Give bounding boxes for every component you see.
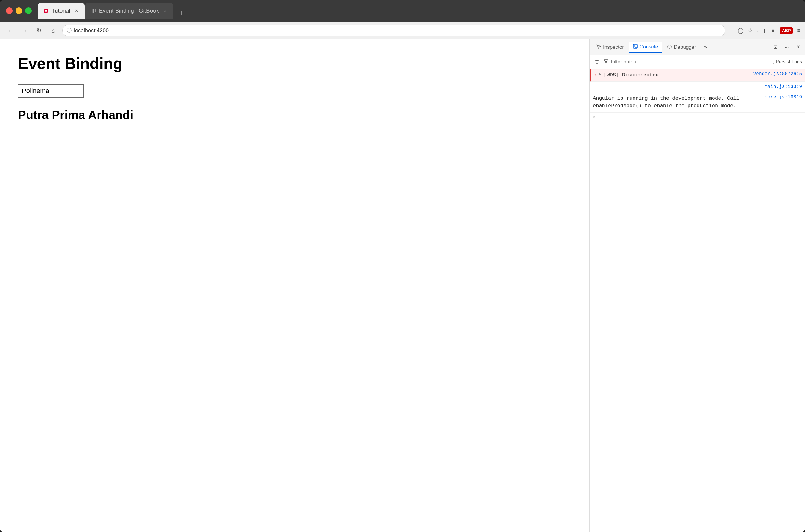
minimize-button[interactable] xyxy=(16,7,22,14)
library-icon[interactable]: ⫿ xyxy=(764,27,766,34)
wds-message-text: [WDS] Disconnected! xyxy=(603,71,750,79)
menu-button[interactable]: ≡ xyxy=(797,27,800,34)
svg-rect-2 xyxy=(95,9,95,12)
back-icon: ← xyxy=(7,27,13,34)
tab-tutorial[interactable]: Tutorial ✕ xyxy=(38,3,85,19)
home-button[interactable]: ⌂ xyxy=(48,25,59,36)
content-area: Event Binding Putra Prima Arhandi Inspec… xyxy=(0,39,805,532)
lock-icon: ⓘ xyxy=(67,27,72,34)
devtools-more-button[interactable]: ··· xyxy=(782,43,791,52)
devtools-tabs: Inspector Console xyxy=(590,39,805,55)
title-bar: Tutorial ✕ Event Binding · GitBook ✕ + xyxy=(0,0,805,21)
console-expand-row: main.js:138:9 xyxy=(590,82,805,92)
page-content: Event Binding Putra Prima Arhandi xyxy=(0,39,590,532)
tab-gitbook-close[interactable]: ✕ xyxy=(162,8,168,14)
more-button[interactable]: ··· xyxy=(729,27,733,34)
pocket-icon[interactable]: ◯ xyxy=(738,27,744,34)
devtools-tab-console[interactable]: Console xyxy=(629,42,662,53)
tab-tutorial-label: Tutorial xyxy=(52,7,70,14)
persist-logs-label: Persist Logs xyxy=(776,59,802,64)
console-message-wds: ⚠ ▶ [WDS] Disconnected! vendor.js:88726:… xyxy=(590,69,805,82)
back-button[interactable]: ← xyxy=(5,25,16,36)
inspector-tab-label: Inspector xyxy=(603,44,624,50)
wds-source-vendor[interactable]: vendor.js:88726:5 xyxy=(753,71,802,77)
svg-rect-1 xyxy=(93,9,94,13)
name-input[interactable] xyxy=(18,84,84,97)
devtools-more-tabs[interactable]: » xyxy=(702,43,709,52)
console-tab-label: Console xyxy=(639,44,658,50)
gitbook-icon xyxy=(91,8,97,14)
console-message-angular: Angular is running in the development mo… xyxy=(590,92,805,113)
tab-tutorial-close[interactable]: ✕ xyxy=(74,8,79,14)
abp-badge[interactable]: ABP xyxy=(780,27,793,34)
new-tab-button[interactable]: + xyxy=(176,7,188,19)
browser-window: Tutorial ✕ Event Binding · GitBook ✕ + xyxy=(0,0,805,532)
svg-point-4 xyxy=(668,45,671,49)
debugger-tab-label: Debugger xyxy=(674,44,696,50)
maximize-button[interactable] xyxy=(25,7,32,14)
devtools-panel: Inspector Console xyxy=(590,39,805,532)
console-input-row: » xyxy=(590,113,805,122)
expand-icon[interactable]: ▶ xyxy=(599,72,601,76)
forward-button[interactable]: → xyxy=(19,25,30,36)
console-messages: ⚠ ▶ [WDS] Disconnected! vendor.js:88726:… xyxy=(590,69,805,532)
toolbar: ← → ↻ ⌂ ⓘ localhost:4200 ··· ◯ ☆ ↓ ⫿ ▣ A… xyxy=(0,21,805,39)
wds-source-main[interactable]: main.js:138:9 xyxy=(765,84,802,90)
bookmark-icon[interactable]: ☆ xyxy=(748,27,753,34)
toolbar-right: ··· ◯ ☆ ↓ ⫿ ▣ ABP ≡ xyxy=(729,27,800,34)
address-bar[interactable]: ⓘ localhost:4200 xyxy=(62,25,725,36)
devtools-tab-inspector[interactable]: Inspector xyxy=(592,42,628,53)
devtools-tab-debugger[interactable]: Debugger xyxy=(663,42,700,53)
devtools-dock-button[interactable]: ⊡ xyxy=(771,43,780,52)
angular-source[interactable]: core.js:16819 xyxy=(765,95,802,100)
close-button[interactable] xyxy=(6,7,13,14)
error-icon: ⚠ xyxy=(594,72,597,77)
filter-icon xyxy=(603,59,608,65)
tabs-bar: Tutorial ✕ Event Binding · GitBook ✕ + xyxy=(38,3,799,19)
download-button[interactable]: ↓ xyxy=(757,27,760,34)
url-display: localhost:4200 xyxy=(74,27,109,34)
sidebar-toggle[interactable]: ▣ xyxy=(771,27,776,34)
debugger-icon xyxy=(667,44,672,50)
tab-gitbook-label: Event Binding · GitBook xyxy=(99,7,159,14)
page-title: Event Binding xyxy=(18,55,571,72)
console-toolbar: Persist Logs xyxy=(590,55,805,69)
console-filter-input[interactable] xyxy=(611,59,767,65)
traffic-lights xyxy=(6,7,32,14)
persist-logs-checkbox[interactable] xyxy=(770,60,774,64)
console-icon xyxy=(633,44,638,50)
angular-message-text: Angular is running in the development mo… xyxy=(593,95,762,110)
cursor-icon xyxy=(596,44,601,50)
reload-icon: ↻ xyxy=(37,27,42,34)
angular-icon xyxy=(43,8,49,14)
devtools-actions: ⊡ ··· ✕ xyxy=(771,43,803,52)
forward-icon: → xyxy=(22,27,27,34)
reload-button[interactable]: ↻ xyxy=(34,25,44,36)
devtools-close-button[interactable]: ✕ xyxy=(793,43,803,52)
svg-rect-0 xyxy=(92,9,93,13)
home-icon: ⌂ xyxy=(52,27,55,34)
tab-gitbook[interactable]: Event Binding · GitBook ✕ xyxy=(85,3,174,19)
console-prompt-icon: » xyxy=(593,115,595,120)
output-text: Putra Prima Arhandi xyxy=(18,108,571,122)
console-clear-button[interactable] xyxy=(593,58,601,66)
persist-logs-container: Persist Logs xyxy=(770,59,802,64)
